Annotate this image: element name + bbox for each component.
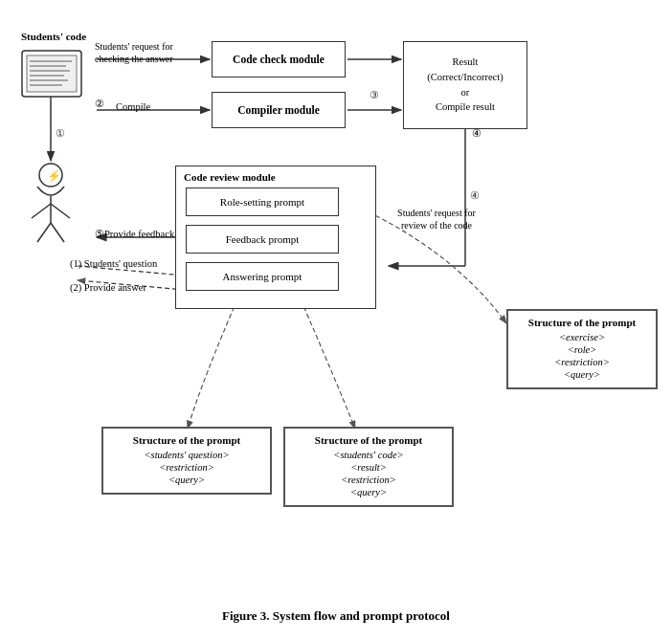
request-review-label: Students' request forreview of the code	[384, 207, 489, 232]
prompt-right-title: Structure of the prompt	[518, 317, 646, 328]
students-question-label: (1) Students' question	[70, 258, 157, 269]
answering-prompt-box: Answering prompt	[186, 262, 339, 291]
prompt-br-item3: <restriction>	[295, 474, 442, 485]
prompt-br-item2: <result>	[295, 462, 442, 473]
figure-caption-rest: System flow and prompt protocol	[273, 608, 450, 623]
prompt-bl-title: Structure of the prompt	[113, 434, 260, 446]
diagram: ⚡ ① ③ ④	[11, 27, 661, 601]
result-box: Result(Correct/Incorrect)orCompile resul…	[403, 41, 527, 129]
prompt-bl-item3: <query>	[113, 474, 260, 485]
svg-line-13	[37, 223, 51, 242]
prompt-br-item1: <students' code>	[295, 450, 442, 460]
students-code-label: Students' code	[15, 31, 92, 42]
svg-line-12	[51, 204, 70, 218]
svg-line-14	[51, 223, 64, 242]
svg-text:①: ①	[56, 127, 65, 139]
figure-caption: Figure 3. System flow and prompt protoco…	[222, 608, 450, 624]
svg-text:③: ③	[370, 89, 379, 100]
code-check-box: Code check module	[212, 41, 346, 77]
feedback-prompt-box: Feedback prompt	[186, 225, 339, 254]
compiler-box: Compiler module	[212, 92, 346, 128]
circle-4-label: ④	[472, 127, 482, 140]
svg-line-11	[32, 204, 51, 218]
prompt-structure-right: Structure of the prompt <exercise> <role…	[506, 309, 658, 389]
prompt-right-item3: <restriction>	[518, 357, 646, 367]
prompt-structure-bottom-left: Structure of the prompt <students' quest…	[101, 427, 272, 495]
prompt-right-item4: <query>	[518, 369, 646, 380]
prompt-bl-item1: <students' question>	[113, 450, 260, 460]
provide-answer-label: (2) Provide answer	[70, 282, 146, 293]
prompt-right-item1: <exercise>	[518, 332, 646, 342]
prompt-br-item4: <query>	[295, 487, 442, 497]
svg-text:④: ④	[470, 189, 480, 201]
provide-feedback-label: ⑤Provide feedback	[95, 228, 174, 239]
prompt-right-item2: <role>	[518, 344, 646, 355]
prompt-bl-item2: <restriction>	[113, 462, 260, 473]
circle-2-label: ②	[95, 98, 104, 110]
prompt-br-title: Structure of the prompt	[295, 434, 442, 446]
svg-text:⚡: ⚡	[47, 168, 61, 183]
role-setting-box: Role-setting prompt	[186, 188, 339, 216]
request-check-label: Students' request forchecking the answer	[95, 40, 173, 65]
compile-label: Compile	[116, 101, 150, 112]
prompt-structure-bottom-right: Structure of the prompt <students' code>…	[283, 427, 454, 507]
figure-caption-bold: Figure 3.	[222, 608, 270, 623]
